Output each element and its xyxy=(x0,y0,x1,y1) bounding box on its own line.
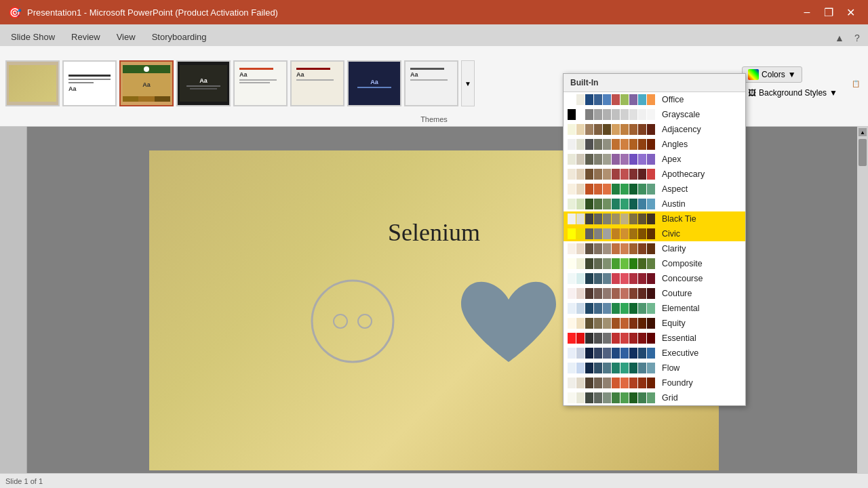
tab-slide-show[interactable]: Slide Show xyxy=(3,27,63,46)
swatch xyxy=(620,139,629,150)
swatch xyxy=(594,184,602,195)
colors-button[interactable]: Colors ▼ xyxy=(742,66,802,83)
swatch xyxy=(620,154,629,165)
swatch xyxy=(647,124,655,135)
swatch xyxy=(638,392,646,403)
swatch xyxy=(576,333,585,344)
swatch xyxy=(568,318,576,329)
left-panel xyxy=(0,127,27,488)
swatch xyxy=(638,348,646,359)
theme-6[interactable]: Aa xyxy=(347,60,401,106)
swatch xyxy=(594,124,602,135)
swatch xyxy=(647,303,655,314)
swatch xyxy=(603,333,611,344)
swatch xyxy=(585,243,593,254)
color-item-essential[interactable]: Essential xyxy=(564,331,745,346)
app-icon: 🎯 xyxy=(8,6,22,19)
swatch xyxy=(620,228,629,239)
color-item-angles[interactable]: Angles xyxy=(564,137,745,152)
help-button[interactable]: ? xyxy=(849,30,865,46)
slide-scrollbar[interactable]: ▲ ▼ xyxy=(857,127,868,488)
swatch xyxy=(594,94,602,105)
swatch xyxy=(576,392,585,403)
color-item-black-tie[interactable]: Black Tie xyxy=(564,211,745,226)
circle-face-shape xyxy=(305,274,400,378)
tab-storyboarding[interactable]: Storyboarding xyxy=(144,27,215,46)
color-item-office[interactable]: Office xyxy=(564,92,745,107)
swatch xyxy=(629,214,637,224)
close-button[interactable]: ✕ xyxy=(841,3,860,22)
color-item-civic[interactable]: Civic xyxy=(564,226,745,241)
color-item-grid[interactable]: Grid xyxy=(564,390,745,405)
theme-4[interactable]: Aa xyxy=(233,60,288,106)
theme-2[interactable]: Aa xyxy=(119,60,174,106)
color-item-flow[interactable]: Flow xyxy=(564,361,745,375)
color-item-apex[interactable]: Apex xyxy=(564,152,745,167)
swatch xyxy=(603,184,611,195)
swatch xyxy=(612,214,620,224)
color-name: Essential xyxy=(662,333,696,343)
color-item-concourse[interactable]: Concourse xyxy=(564,271,745,286)
tab-review[interactable]: Review xyxy=(63,27,108,46)
format-bg-button[interactable]: 📋 xyxy=(849,77,863,90)
tab-view[interactable]: View xyxy=(108,27,144,46)
minimize-button[interactable]: – xyxy=(797,3,816,22)
color-item-couture[interactable]: Couture xyxy=(564,286,745,301)
swatch xyxy=(620,214,629,224)
color-item-elemental[interactable]: Elemental xyxy=(564,301,745,316)
color-item-aspect[interactable]: Aspect xyxy=(564,182,745,197)
color-swatches-1 xyxy=(568,109,655,120)
color-item-apothecary[interactable]: Apothecary xyxy=(564,167,745,182)
color-swatches-15 xyxy=(568,318,655,329)
swatch xyxy=(638,378,646,388)
color-item-composite[interactable]: Composite xyxy=(564,256,745,271)
color-item-grayscale[interactable]: Grayscale xyxy=(564,107,745,122)
dropdown-header: Built-In xyxy=(564,74,745,92)
swatch xyxy=(629,348,637,359)
color-name: Couture xyxy=(662,289,692,298)
swatch xyxy=(629,288,637,299)
swatch xyxy=(568,109,576,120)
color-item-executive[interactable]: Executive xyxy=(564,346,745,361)
swatch xyxy=(647,333,655,344)
theme-3[interactable]: Aa xyxy=(176,60,231,106)
swatch xyxy=(620,288,629,299)
swatch xyxy=(620,258,629,269)
swatch xyxy=(620,333,629,344)
theme-blank[interactable] xyxy=(5,60,60,106)
color-item-adjacency[interactable]: Adjacency xyxy=(564,122,745,137)
swatch xyxy=(594,392,602,403)
color-item-foundry[interactable]: Foundry xyxy=(564,375,745,390)
collapse-ribbon-button[interactable]: ▲ xyxy=(831,30,848,46)
color-item-austin[interactable]: Austin xyxy=(564,197,745,211)
swatch xyxy=(612,154,620,165)
color-item-equity[interactable]: Equity xyxy=(564,316,745,331)
theme-1[interactable]: Aa xyxy=(62,60,117,106)
swatch xyxy=(603,378,611,388)
theme-7[interactable]: Aa xyxy=(404,60,458,106)
swatch xyxy=(620,243,629,254)
color-item-clarity[interactable]: Clarity xyxy=(564,241,745,256)
swatch xyxy=(638,288,646,299)
swatch xyxy=(568,273,576,284)
swatch xyxy=(585,333,593,344)
swatch xyxy=(585,124,593,135)
swatch xyxy=(585,303,593,314)
restore-button[interactable]: ❐ xyxy=(819,3,838,22)
dropdown-scroll[interactable]: OfficeGrayscaleAdjacencyAnglesApexApothe… xyxy=(564,92,745,405)
swatch xyxy=(585,154,593,165)
background-styles-button[interactable]: 🖼 Background Styles ▼ xyxy=(742,85,844,100)
swatch xyxy=(576,109,585,120)
swatch xyxy=(629,392,637,403)
swatch xyxy=(576,169,585,180)
swatch xyxy=(647,214,655,224)
swatch xyxy=(620,184,629,195)
theme-5[interactable]: Aa xyxy=(290,60,344,106)
swatch xyxy=(620,273,629,284)
themes-scroll-down[interactable]: ▼ xyxy=(461,60,475,106)
swatch xyxy=(629,124,637,135)
slide-title: Selenium xyxy=(388,218,480,247)
colors-icon xyxy=(748,69,759,80)
swatch xyxy=(647,199,655,209)
swatch xyxy=(612,378,620,388)
